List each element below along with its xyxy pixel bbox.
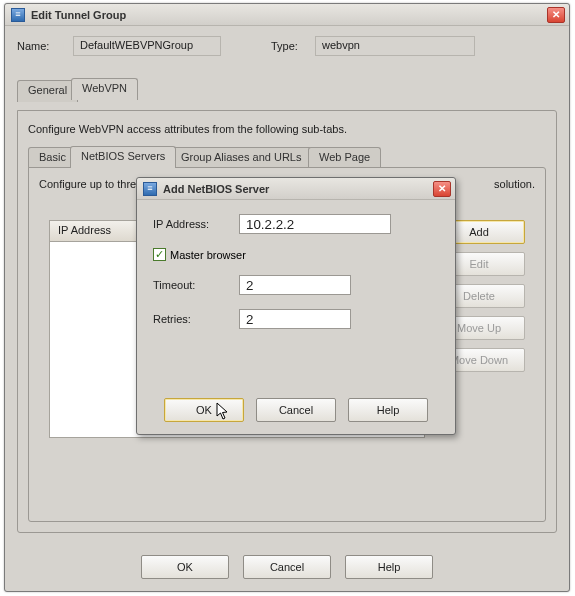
add-netbios-server-dialog: Add NetBIOS Server ✕ IP Address: ✓ Maste…: [136, 177, 456, 435]
subtab-webpage[interactable]: Web Page: [308, 147, 381, 169]
app-icon: [11, 8, 25, 22]
name-field: DefaultWEBVPNGroup: [73, 36, 221, 56]
master-browser-checkbox[interactable]: ✓ Master browser: [153, 248, 439, 261]
modal-ok-button[interactable]: OK: [164, 398, 244, 422]
subtab-aliases[interactable]: Group Aliases and URLs: [170, 147, 312, 169]
webvpn-description: Configure WebVPN access attributes from …: [28, 123, 546, 135]
modal-button-bar: OK Cancel Help: [137, 398, 455, 422]
modal-close-icon[interactable]: ✕: [433, 181, 451, 197]
cancel-button[interactable]: Cancel: [243, 555, 331, 579]
name-type-row: Name: DefaultWEBVPNGroup Type: webvpn: [17, 36, 557, 56]
ip-address-label: IP Address:: [153, 218, 239, 230]
type-label: Type:: [271, 40, 315, 52]
ip-address-input[interactable]: [239, 214, 391, 234]
cfg-text-left: Configure up to three: [39, 178, 142, 190]
sub-tabstrip: Basic NetBIOS Servers Group Aliases and …: [28, 147, 546, 169]
modal-body: IP Address: ✓ Master browser Timeout: Re…: [137, 200, 455, 353]
close-icon[interactable]: ✕: [547, 7, 565, 23]
outer-tabstrip: General WebVPN: [17, 78, 557, 100]
timeout-label: Timeout:: [153, 279, 239, 291]
cfg-text-right: solution.: [494, 178, 535, 190]
modal-cancel-button[interactable]: Cancel: [256, 398, 336, 422]
window-title: Edit Tunnel Group: [31, 9, 547, 21]
retries-input[interactable]: [239, 309, 351, 329]
tab-webvpn[interactable]: WebVPN: [71, 78, 138, 100]
modal-app-icon: [143, 182, 157, 196]
type-field: webvpn: [315, 36, 475, 56]
modal-title: Add NetBIOS Server: [163, 183, 433, 195]
tab-general[interactable]: General: [17, 80, 78, 102]
subtab-netbios[interactable]: NetBIOS Servers: [70, 146, 176, 168]
main-titlebar: Edit Tunnel Group ✕: [5, 4, 569, 26]
modal-help-button[interactable]: Help: [348, 398, 428, 422]
name-label: Name:: [17, 40, 73, 52]
master-browser-label: Master browser: [170, 249, 246, 261]
help-button[interactable]: Help: [345, 555, 433, 579]
checkbox-icon: ✓: [153, 248, 166, 261]
bottom-button-bar: OK Cancel Help: [5, 555, 569, 579]
modal-titlebar: Add NetBIOS Server ✕: [137, 178, 455, 200]
retries-label: Retries:: [153, 313, 239, 325]
ok-button[interactable]: OK: [141, 555, 229, 579]
timeout-input[interactable]: [239, 275, 351, 295]
